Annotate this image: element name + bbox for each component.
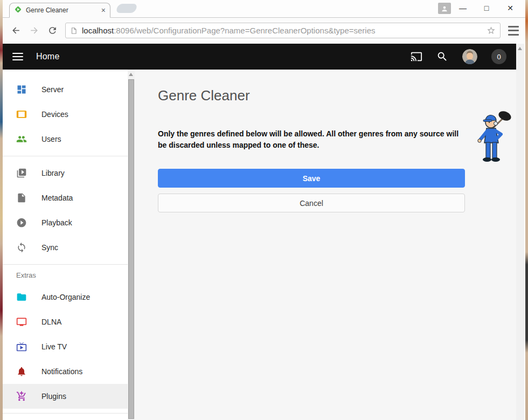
emby-app: Home 0 Server — [3, 44, 516, 420]
sidebar-item-label: Notifications — [41, 367, 82, 376]
folder-icon — [16, 292, 27, 302]
app-header: Home 0 — [3, 44, 516, 70]
address-bar[interactable]: localhost:8096/web/ConfigurationPage?nam… — [65, 23, 501, 38]
sidebar-item-label: DLNA — [41, 318, 61, 326]
person-icon — [441, 5, 448, 12]
sidebar-item-metadata[interactable]: Metadata — [3, 185, 128, 210]
scroll-up-arrow-icon[interactable] — [518, 47, 522, 50]
sidebar-item-label: Live TV — [41, 342, 67, 351]
tablet-icon — [16, 109, 27, 120]
sidebar-item-dlna[interactable]: DLNA — [3, 309, 128, 334]
reload-icon — [47, 25, 58, 36]
forward-button[interactable] — [26, 23, 41, 38]
browser-tab[interactable]: Genre Cleaner × — [9, 3, 110, 18]
browser-toolbar: localhost:8096/web/ConfigurationPage?nam… — [3, 18, 525, 43]
sidebar-item-devices[interactable]: Devices — [3, 102, 128, 127]
minimize-button[interactable]: — — [451, 0, 475, 16]
new-tab-button[interactable] — [115, 4, 138, 13]
content-area: Genre Cleaner Only the genres defined be… — [135, 70, 516, 420]
back-button[interactable] — [8, 23, 23, 38]
app-title: Home — [36, 52, 59, 61]
bookmark-star-icon[interactable] — [487, 26, 496, 35]
sidebar-item-notifications[interactable]: Notifications — [3, 359, 128, 384]
chrome-profile-button[interactable] — [438, 3, 451, 14]
desktop-edge-left — [0, 0, 3, 420]
sidebar-item-auto-organize[interactable]: Auto-Organize — [3, 285, 128, 309]
sidebar-item-server[interactable]: Server — [3, 77, 128, 102]
close-button[interactable]: ✕ — [498, 0, 522, 16]
bell-icon — [16, 366, 27, 377]
window-controls: — □ ✕ — [451, 0, 522, 16]
sidebar-item-library[interactable]: Library — [3, 161, 128, 185]
sidebar-item-label: Devices — [41, 110, 68, 119]
tab-strip: Genre Cleaner × — □ ✕ — [3, 0, 525, 18]
page-scrollbar[interactable] — [516, 44, 524, 420]
maximize-button[interactable]: □ — [475, 0, 498, 16]
video-library-icon — [16, 168, 27, 178]
browser-window: Genre Cleaner × — □ ✕ localhost:8096/web… — [3, 0, 525, 420]
dashboard-icon — [16, 84, 27, 95]
page-document-icon — [70, 27, 78, 35]
people-icon — [16, 134, 27, 144]
hamburger-menu-icon[interactable] — [12, 53, 23, 60]
sidebar-item-label: Auto-Organize — [41, 293, 90, 301]
sidebar-item-label: Users — [41, 135, 61, 143]
cancel-button[interactable]: Cancel — [158, 194, 465, 212]
forward-arrow-icon — [29, 25, 39, 36]
reload-button[interactable] — [45, 23, 60, 38]
desktop-edge-right — [525, 0, 528, 420]
url-path: :8096/web/ConfigurationPage?name=GenreCl… — [114, 26, 375, 35]
add-shopping-cart-icon — [16, 391, 27, 402]
sidebar-item-sync[interactable]: Sync — [3, 235, 128, 260]
search-icon[interactable] — [436, 51, 448, 63]
save-button[interactable]: Save — [158, 169, 465, 188]
sidebar-item-label: Plugins — [41, 392, 66, 401]
settings-sidebar: Server Devices Users Library — [3, 70, 128, 420]
tab-title: Genre Cleaner — [26, 6, 98, 14]
live-tv-icon — [16, 341, 27, 352]
sidebar-group-heading: Extras — [3, 265, 128, 285]
sidebar-item-label: Metadata — [41, 194, 73, 202]
sidebar-item-label: Playback — [41, 218, 72, 227]
url-host: localhost — [82, 26, 114, 35]
scroll-up-arrow-icon[interactable] — [129, 73, 133, 76]
user-avatar[interactable] — [462, 49, 477, 64]
description-text: Only the genres defined below will be al… — [158, 128, 465, 151]
sidebar-item-label: Sync — [41, 243, 58, 252]
sidebar-item-playback[interactable]: Playback — [3, 210, 128, 235]
back-arrow-icon — [11, 25, 21, 36]
chrome-menu-icon[interactable] — [507, 25, 520, 36]
sidebar-item-live-tv[interactable]: Live TV — [3, 334, 128, 359]
notification-count-badge[interactable]: 0 — [491, 49, 506, 64]
url-text[interactable]: localhost:8096/web/ConfigurationPage?nam… — [82, 26, 482, 35]
sync-icon — [16, 242, 27, 253]
emby-favicon — [14, 5, 22, 16]
page-title: Genre Cleaner — [158, 87, 516, 104]
sidebar-item-label: Library — [41, 169, 65, 177]
play-circle-icon — [16, 217, 27, 228]
sidebar-scrollbar[interactable] — [128, 70, 135, 420]
sidebar-divider — [3, 413, 128, 414]
sidebar-scrollbar-thumb[interactable] — [128, 79, 134, 419]
cast-icon[interactable] — [411, 51, 422, 63]
cleaner-mascot-image — [471, 108, 515, 166]
sidebar-item-plugins[interactable]: Plugins — [3, 384, 128, 409]
sidebar-item-label: Server — [41, 85, 64, 94]
file-icon — [16, 192, 27, 203]
tv-icon — [16, 316, 27, 327]
tab-close-icon[interactable]: × — [101, 6, 106, 14]
sidebar-item-users[interactable]: Users — [3, 127, 128, 152]
